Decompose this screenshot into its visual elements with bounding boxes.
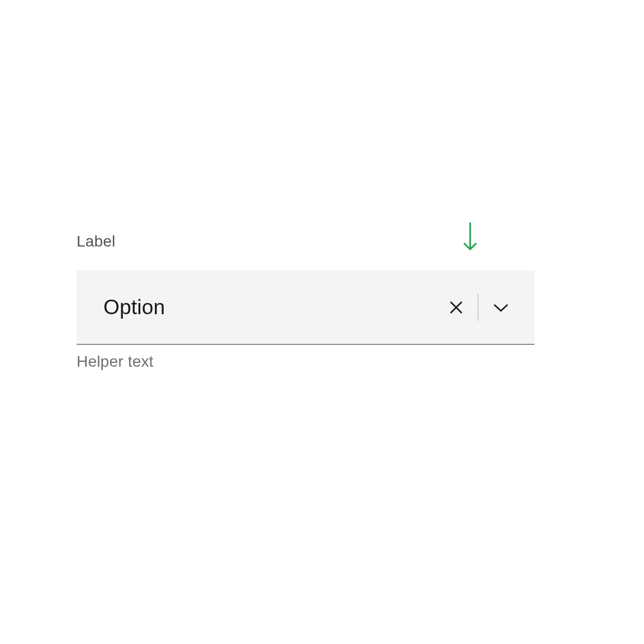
- dropdown-icon-group: [442, 293, 517, 322]
- dropdown-label: Label: [77, 233, 534, 250]
- dropdown-helper-text: Helper text: [77, 353, 534, 371]
- icon-divider: [477, 294, 479, 321]
- dropdown-component: Label Option Helper text: [77, 233, 534, 371]
- clear-selection-button[interactable]: [442, 293, 471, 322]
- dropdown-selected-value: Option: [103, 296, 442, 319]
- close-icon: [448, 300, 464, 315]
- dropdown-toggle-button[interactable]: [485, 295, 517, 320]
- dropdown-field[interactable]: Option: [77, 271, 534, 345]
- chevron-down-icon: [492, 302, 510, 313]
